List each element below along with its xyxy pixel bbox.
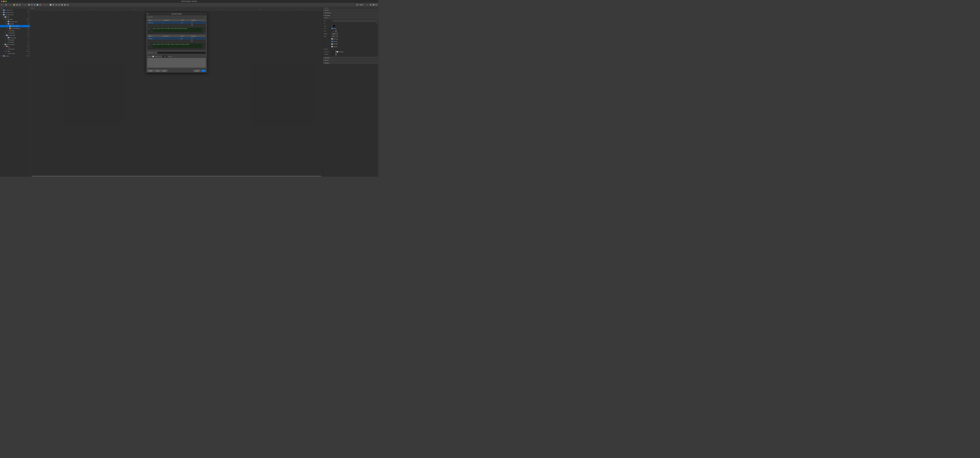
topbottom-input[interactable] bbox=[331, 51, 335, 53]
tree-row-hide-element-left[interactable]: 👁 ▼ Hide_element_left ↴0,- bbox=[0, 14, 30, 16]
tree-row-text-hs-5459-face[interactable]: 👁 T Text_HS_5459_face ↴46,1 bbox=[0, 27, 30, 29]
tree-row-kor-show-menu[interactable]: 👁 ▶ Kor_Show_menu ↴-1,8 bbox=[0, 9, 30, 11]
zoom-level[interactable]: 100% bbox=[359, 4, 364, 6]
size-input[interactable] bbox=[331, 30, 335, 32]
color-share-icon[interactable]: ⬡ bbox=[331, 25, 332, 27]
canvas-scrollbar-horizontal[interactable] bbox=[30, 176, 323, 177]
tree-expand-icon[interactable] bbox=[8, 26, 9, 27]
tree-expand-icon[interactable] bbox=[6, 41, 7, 43]
dialog-close-button[interactable] bbox=[147, 13, 148, 14]
tree-expand-icon[interactable] bbox=[6, 48, 7, 50]
tree-row-ht-image-5459[interactable]: 👁 ▼ ht_image_5459 ↴-24,-2 bbox=[0, 34, 30, 36]
ok-button[interactable]: OK bbox=[201, 70, 206, 72]
adv-tool-4[interactable]: ◎ bbox=[58, 3, 60, 6]
advanced-section-header[interactable]: ▶ Advanced bbox=[323, 57, 378, 59]
tree-row-levaia[interactable]: 👁 ▼ Levaia ↴-2 bbox=[0, 16, 30, 18]
adv-tool-6[interactable]: ▦ bbox=[64, 3, 66, 6]
tree-row-engl[interactable]: 👁 ▼ 🇬🇧 Engl ↴168,125 bbox=[0, 50, 30, 53]
modifiers-section-header[interactable]: ▶ Modifiers bbox=[323, 62, 378, 64]
color-swatch[interactable] bbox=[333, 25, 335, 27]
delete-block-2-icon[interactable]: × bbox=[204, 46, 205, 47]
tree-row-pramo-engl[interactable]: 👁 Pramo_Engl ↴0,0 bbox=[0, 53, 30, 55]
tree-expand-icon[interactable]: ▼ bbox=[5, 51, 6, 52]
adv-tool-3[interactable]: ⊙ bbox=[55, 3, 57, 6]
link-values-checkbox[interactable] bbox=[337, 51, 338, 53]
tree-row-korob-hide-menu[interactable]: 👁 ▶ Korob_hide_menu ↴12,1 bbox=[0, 11, 30, 14]
move-up-icon[interactable]: ↑ bbox=[204, 43, 205, 45]
tree-expand-icon[interactable]: ▼ bbox=[5, 46, 6, 48]
images-tool-2[interactable]: 📌 bbox=[31, 3, 33, 6]
size-down-arrow[interactable]: ▼ bbox=[336, 31, 337, 32]
weight-select[interactable]: Inherit Normal Bold bbox=[331, 33, 338, 35]
tree-row-pramo-rus[interactable]: 👁 Pramo_Rus ↴0,0 bbox=[0, 48, 30, 50]
adv-tool-5[interactable]: 📡 bbox=[61, 3, 63, 6]
tree-expand-icon[interactable]: ▼ bbox=[6, 23, 7, 24]
topbottom-down-arrow[interactable]: ▼ bbox=[336, 52, 337, 53]
tree-row-rus[interactable]: 👁 ▼ Rus ↴168,9 bbox=[0, 46, 30, 48]
add-condition-button[interactable]: + bbox=[205, 16, 206, 18]
tree-expand-icon[interactable]: ▼ bbox=[5, 35, 6, 36]
text-corner-icon[interactable]: ⬡ bbox=[377, 23, 377, 24]
actions-section-header[interactable]: ▶ Actions bbox=[323, 59, 378, 62]
tree-row-poloska-90[interactable]: 👁 Poloska 90 ↴38, bbox=[0, 32, 30, 34]
images-tool-3[interactable]: 🌐 bbox=[33, 3, 36, 6]
tree-expand-icon[interactable]: ▼ bbox=[5, 19, 6, 20]
transition-time-input[interactable] bbox=[162, 56, 167, 57]
share-icon[interactable]: ⬡ bbox=[204, 32, 205, 34]
canvas-area[interactable]: Logic Block Settings Logic Block + bbox=[30, 10, 323, 176]
add-row-btn-2[interactable]: + bbox=[191, 40, 193, 42]
adv-tool-7[interactable]: ━ bbox=[67, 3, 69, 6]
tree-expand-icon[interactable] bbox=[6, 30, 7, 31]
table-row[interactable]: *lang_eng = true × bbox=[147, 21, 205, 24]
position-section-header[interactable]: ▶ Position bbox=[323, 9, 378, 11]
basic-tool-2[interactable]: ▬ bbox=[16, 3, 18, 6]
close-window-button[interactable] bbox=[1, 1, 2, 2]
tree-row-korob-upravlenie[interactable]: 👁 ▼ Korob_upravlenie ↴8,-4 bbox=[0, 43, 30, 46]
tools-icon-2[interactable]: 🎨 bbox=[372, 3, 375, 6]
align-select[interactable]: Left Center Right bbox=[331, 35, 337, 37]
delete-button[interactable]: Delete bbox=[147, 70, 154, 72]
tree-expand-icon[interactable] bbox=[6, 37, 7, 38]
tree-row-userdata[interactable]: 👁 ▶ userdata ◆0,-10 bbox=[0, 55, 30, 57]
tree-row-rectangle-1[interactable]: 👁 Rectangle 1 ↴11, bbox=[0, 41, 30, 43]
tree-row-thumbail[interactable]: 👁 ▼ Thumbail ↴-276, bbox=[0, 23, 30, 25]
text-binding-icon[interactable]: $ bbox=[324, 22, 325, 24]
basic-tool-3[interactable]: T bbox=[19, 3, 21, 6]
copy-button[interactable]: Copy bbox=[154, 70, 161, 72]
table-row[interactable]: *lang_rus = true × bbox=[147, 37, 205, 40]
tree-row-text-hs-5459-fa[interactable]: 👁 T Text_HS_5459_fa... ◆-169,-3 bbox=[0, 25, 30, 27]
tree-expand-icon[interactable] bbox=[8, 28, 9, 29]
tools-icon-3[interactable]: 🔨 bbox=[375, 3, 377, 6]
tools-icon-1[interactable]: 🔧 bbox=[369, 3, 372, 6]
basic-tool-1[interactable]: 📁 bbox=[13, 3, 15, 6]
text-section-header[interactable]: ▼ Text bbox=[323, 17, 378, 19]
transition-enabled-checkbox[interactable] bbox=[153, 56, 154, 57]
delete-block-icon[interactable]: × bbox=[204, 30, 205, 31]
word-wrap-checkbox[interactable] bbox=[331, 38, 332, 40]
tree-expand-icon[interactable] bbox=[6, 53, 7, 54]
images-tool-4[interactable]: 🔄 bbox=[36, 3, 38, 6]
tree-row-hs-5459[interactable]: 👁 ▼ ★ HS_5459 ↴482,21 bbox=[0, 18, 30, 20]
tree-expand-icon[interactable]: ▼ bbox=[3, 16, 5, 18]
tree-expand-icon[interactable]: ▼ bbox=[3, 44, 5, 45]
rectangle-section-header[interactable]: ▶ Rectangle bbox=[323, 14, 378, 17]
share-icon-2[interactable]: ⬡ bbox=[204, 48, 205, 49]
remove-condition-btn-2[interactable]: × bbox=[191, 38, 193, 39]
leftright-input[interactable] bbox=[331, 53, 335, 55]
images-tool-1[interactable]: 🖼 bbox=[28, 3, 30, 6]
select-tool-icon[interactable]: ↖ bbox=[5, 3, 7, 6]
evaluate-checkbox[interactable] bbox=[331, 46, 332, 47]
auto-size-checkbox[interactable] bbox=[331, 41, 332, 42]
font-default-checkbox[interactable] bbox=[331, 28, 332, 29]
remove-condition-btn[interactable]: × bbox=[191, 22, 193, 24]
tree-expand-icon[interactable]: ▼ bbox=[2, 14, 3, 15]
tree-expand-icon[interactable] bbox=[6, 39, 7, 41]
adv-tool-2[interactable]: ⊞ bbox=[52, 3, 54, 6]
text-value-input[interactable] bbox=[333, 20, 377, 22]
tree-row-thumbnail-mask[interactable]: 👁 ▶ Thumbnail_mask ↴10,-9 bbox=[0, 21, 30, 23]
cancel-button[interactable]: Cancel bbox=[194, 70, 200, 72]
default-value-input[interactable] bbox=[158, 52, 205, 54]
text-input-2[interactable]: <span style="font-size:18px;">Холл главн… bbox=[152, 43, 203, 48]
paste-button[interactable]: Paste bbox=[161, 70, 167, 72]
maximize-window-button[interactable] bbox=[5, 1, 7, 2]
